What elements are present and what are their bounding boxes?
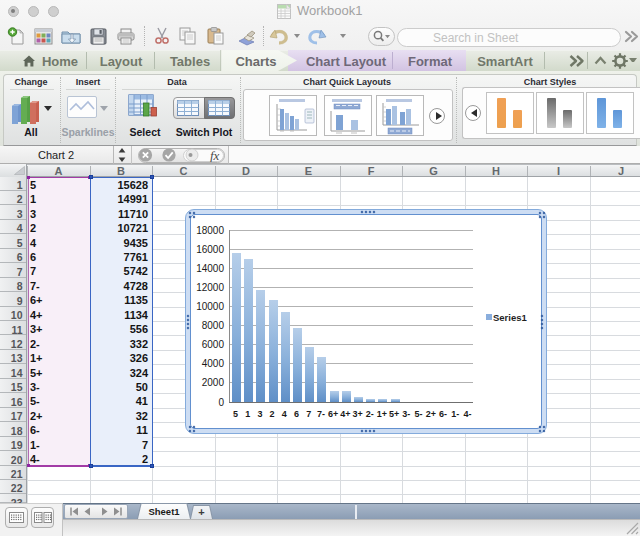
svg-text:fx: fx xyxy=(210,148,220,162)
